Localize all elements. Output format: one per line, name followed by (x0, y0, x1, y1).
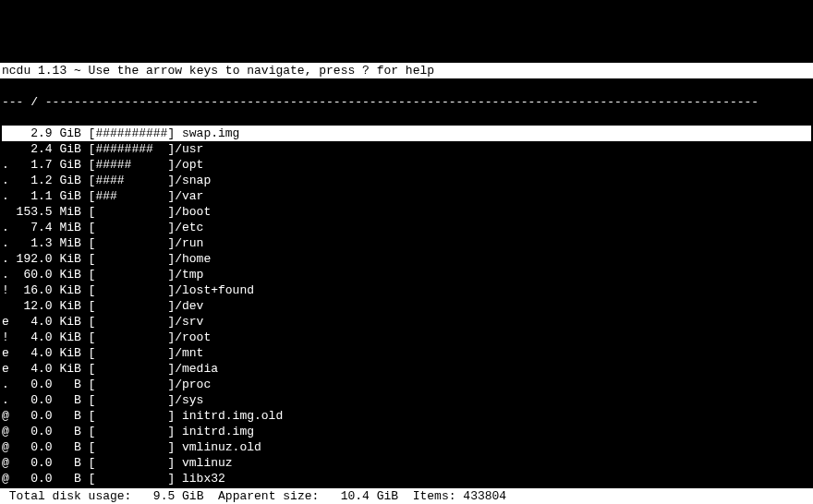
list-item[interactable]: .60.0 KiB [ ] /tmp (2, 267, 811, 282)
row-name: /etc (167, 221, 203, 234)
size-bar: [ ] (81, 424, 168, 439)
row-unit: B (53, 392, 81, 408)
row-unit: B (53, 455, 81, 471)
row-flag: . (2, 392, 9, 408)
list-item[interactable]: .0.0 B [ ] /sys (2, 392, 811, 408)
size-bar: [ ] (81, 471, 168, 486)
row-flag (2, 204, 9, 220)
path-line: --- / ----------------------------------… (0, 94, 813, 110)
row-size: 0.0 (9, 408, 53, 424)
list-item[interactable]: .1.3 MiB [ ] /run (2, 235, 811, 251)
size-bar: [##########] (81, 126, 168, 141)
row-name: /root (167, 330, 211, 344)
size-bar: [ ] (81, 282, 168, 298)
size-bar: [### ] (81, 188, 168, 204)
row-size: 0.0 (9, 392, 53, 408)
list-item[interactable]: 2.4 GiB [######## ] /usr (2, 141, 811, 157)
row-unit: GiB (53, 188, 81, 204)
row-flag: @ (2, 408, 9, 424)
row-unit: GiB (53, 157, 81, 173)
list-item[interactable]: !16.0 KiB [ ] /lost+found (2, 282, 811, 298)
row-size: 1.1 (9, 188, 53, 204)
list-item[interactable]: @0.0 B [ ] initrd.img.old (2, 408, 811, 424)
row-flag: @ (2, 424, 9, 439)
size-bar: [ ] (81, 220, 168, 235)
row-size: 60.0 (9, 267, 53, 282)
footer-items-value: 433804 (463, 489, 506, 503)
row-size: 0.0 (9, 471, 53, 486)
row-name: libx32 (167, 472, 224, 486)
size-bar: [ ] (81, 251, 168, 267)
row-unit: GiB (53, 173, 81, 188)
row-flag: @ (2, 439, 9, 455)
breadcrumb: --- / ----------------------------------… (2, 95, 758, 109)
row-name: vmlinuz (167, 456, 232, 470)
file-list[interactable]: 2.9 GiB [##########] swap.img 2.4 GiB [#… (0, 126, 813, 504)
row-size: 0.0 (9, 439, 53, 455)
footer-total-value: 9.5 GiB (153, 489, 204, 503)
row-unit: MiB (53, 220, 81, 235)
row-unit: B (53, 424, 81, 439)
header-title: ncdu 1.13 ~ Use the arrow keys to naviga… (2, 64, 434, 78)
row-flag: ! (2, 282, 9, 298)
list-item[interactable]: 12.0 KiB [ ] /dev (2, 298, 811, 314)
footer-total-label: Total disk usage: (2, 489, 131, 503)
row-size: 153.5 (9, 204, 53, 220)
list-item[interactable]: @0.0 B [ ] vmlinuz (2, 455, 811, 471)
size-bar: [ ] (81, 392, 168, 408)
row-flag: . (2, 173, 9, 188)
row-size: 16.0 (9, 282, 53, 298)
list-item[interactable]: 153.5 MiB [ ] /boot (2, 204, 811, 220)
row-name: initrd.img (167, 425, 254, 438)
row-name: swap.img (167, 126, 239, 140)
list-item[interactable]: !4.0 KiB [ ] /root (2, 330, 811, 345)
list-item[interactable]: 2.9 GiB [##########] swap.img (2, 126, 811, 141)
row-unit: B (53, 471, 81, 486)
row-unit: KiB (53, 251, 81, 267)
footer-apparent-value: 10.4 GiB (341, 489, 398, 503)
row-flag (2, 298, 9, 314)
row-flag: . (2, 220, 9, 235)
row-unit: GiB (53, 141, 81, 157)
size-bar: [ ] (81, 298, 168, 314)
size-bar: [######## ] (81, 141, 168, 157)
list-item[interactable]: .1.1 GiB [### ] /var (2, 188, 811, 204)
list-item[interactable]: .0.0 B [ ] /proc (2, 377, 811, 392)
list-item[interactable]: .1.7 GiB [##### ] /opt (2, 157, 811, 173)
row-size: 1.7 (9, 157, 53, 173)
list-item[interactable]: e4.0 KiB [ ] /mnt (2, 345, 811, 361)
row-size: 2.9 (9, 126, 53, 141)
list-item[interactable]: e4.0 KiB [ ] /srv (2, 314, 811, 330)
row-size: 0.0 (9, 424, 53, 439)
row-unit: KiB (53, 361, 81, 377)
row-unit: KiB (53, 330, 81, 345)
list-item[interactable]: @0.0 B [ ] initrd.img (2, 424, 811, 439)
row-name: /srv (167, 315, 203, 329)
row-name: /run (167, 236, 203, 250)
size-bar: [ ] (81, 330, 168, 345)
row-name: /home (167, 252, 211, 266)
list-item[interactable]: .1.2 GiB [#### ] /snap (2, 173, 811, 188)
list-item[interactable]: .192.0 KiB [ ] /home (2, 251, 811, 267)
size-bar: [ ] (81, 345, 168, 361)
row-name: /var (167, 189, 203, 203)
row-size: 1.3 (9, 235, 53, 251)
row-flag: . (2, 251, 9, 267)
row-size: 4.0 (9, 314, 53, 330)
list-item[interactable]: @0.0 B [ ] vmlinuz.old (2, 439, 811, 455)
size-bar: [ ] (81, 267, 168, 282)
row-size: 2.4 (9, 141, 53, 157)
row-name: /snap (167, 174, 211, 187)
row-unit: B (53, 408, 81, 424)
row-unit: KiB (53, 282, 81, 298)
row-flag: . (2, 188, 9, 204)
size-bar: [ ] (81, 408, 168, 424)
list-item[interactable]: .7.4 MiB [ ] /etc (2, 220, 811, 235)
row-unit: KiB (53, 267, 81, 282)
row-flag: . (2, 377, 9, 392)
list-item[interactable]: @0.0 B [ ] libx32 (2, 471, 811, 486)
row-name: initrd.img.old (167, 409, 283, 423)
row-name: /usr (167, 142, 203, 156)
list-item[interactable]: e4.0 KiB [ ] /media (2, 361, 811, 377)
row-unit: GiB (53, 126, 81, 141)
